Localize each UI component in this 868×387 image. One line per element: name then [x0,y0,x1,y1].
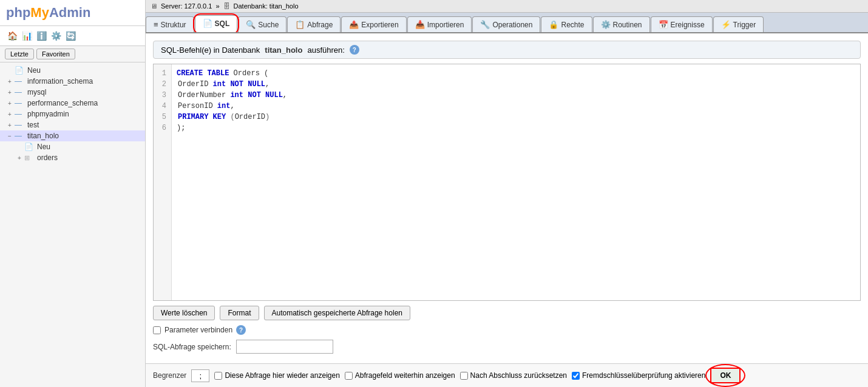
tree-toggle: − [5,133,15,140]
tab-routinen[interactable]: ⚙️ Routinen [593,16,650,32]
line-num-3: 3 [158,90,166,101]
tab-exportieren[interactable]: 📤 Exportieren [341,16,406,32]
logo-admin: Admin [49,5,90,20]
tree-label: Neu [37,143,50,151]
tab-abfrage[interactable]: 📋 Abfrage [287,16,341,32]
check3-checkbox[interactable] [460,372,468,380]
tree-label: information_schema [27,77,93,86]
tab-ereignisse[interactable]: 📅 Ereignisse [651,16,713,32]
refresh-icon[interactable]: 🔄 [64,30,76,42]
home-icon[interactable]: 🏠 [6,30,18,42]
tree-label: performance_schema [27,99,98,107]
param-help-icon[interactable]: ? [236,325,246,335]
code-editor[interactable]: 1 2 3 4 5 6 CREATE TABLE Orders (OrderID… [153,64,861,301]
format-button[interactable]: Format [220,306,259,320]
tab-ereignisse-label: Ereignisse [671,21,705,29]
tab-struktur-label: Struktur [161,21,186,29]
titan-holo-children: 📄 Neu + ⊞ orders [10,141,145,163]
check1-checkbox[interactable] [214,372,222,380]
tab-rechte[interactable]: 🔒 Rechte [541,16,592,32]
abfrage-icon: 📋 [295,20,305,29]
db-icon: — [15,132,25,140]
content-area: SQL-Befehl(e) in Datenbank titan_holo au… [146,33,868,363]
tree-toggle: + [5,89,15,96]
tree-toggle: + [5,122,15,129]
breadcrumb-bar: 🖥 Server: 127.0.0.1 » 🗄 Datenbank: titan… [146,0,868,13]
info-icon[interactable]: ℹ️ [35,30,47,42]
sidebar-nav-buttons: Letzte Favoriten [0,46,145,62]
bottom-bar: Begrenzer Diese Abfrage hier wieder anze… [146,363,868,387]
recent-button[interactable]: Letzte [5,49,34,59]
database-icon[interactable]: 📊 [21,30,33,42]
db-icon: — [15,110,25,118]
db-icon: — [15,99,25,107]
main-content: 🖥 Server: 127.0.0.1 » 🗄 Datenbank: titan… [146,0,868,387]
tab-exportieren-label: Exportieren [361,21,398,29]
save-query-input[interactable] [236,340,333,354]
tab-trigger[interactable]: ⚡ Trigger [713,16,764,32]
check2-checkbox[interactable] [345,372,353,380]
sql-icon: 📄 [203,19,212,28]
tree-item-new-root[interactable]: 📄 Neu [0,65,145,76]
tab-struktur[interactable]: ≡ Struktur [146,16,194,32]
param-connect-checkbox[interactable] [153,326,161,334]
logo: phpMyAdmin [0,0,145,26]
line-num-1: 1 [158,68,166,79]
tab-importieren[interactable]: 📥 Importieren [407,16,472,32]
db-icon: — [15,88,25,96]
tab-sql[interactable]: 📄 SQL [195,15,238,32]
db-icon: — [15,77,25,86]
trigger-icon: ⚡ [721,20,731,29]
sidebar-tree: 📄 Neu + — information_schema + — mysql +… [0,62,145,387]
tree-item-performance-schema[interactable]: + — performance_schema [0,98,145,109]
check3-item: Nach Abschluss zurücksetzen [460,371,567,380]
tree-item-new-child[interactable]: 📄 Neu [10,141,145,152]
sidebar: phpMyAdmin 🏠 📊 ℹ️ ⚙️ 🔄 Letzte Favoriten … [0,0,146,387]
help-icon[interactable]: ? [350,45,359,55]
tab-operationen[interactable]: 🔧 Operationen [472,16,540,32]
table-icon: ⊞ [24,153,35,162]
delimiter-input[interactable] [191,369,209,382]
server-icon: 🖥 [151,2,157,10]
ok-button[interactable]: OK [710,368,741,383]
check4-item: Fremdschlüsselüberprüfung aktivieren [572,371,705,380]
tree-toggle: + [5,78,15,85]
tab-sql-label: SQL [215,19,230,28]
tree-item-orders[interactable]: + ⊞ orders [10,152,145,163]
tree-item-information-schema[interactable]: + — information_schema [0,76,145,87]
tree-item-mysql[interactable]: + — mysql [0,87,145,98]
autosave-button[interactable]: Automatisch gespeicherte Abfrage holen [264,306,410,320]
tab-suche-label: Suche [258,21,279,29]
logo-my: My [30,5,49,20]
clear-button[interactable]: Werte löschen [153,306,215,320]
database-breadcrumb-icon: 🗄 [223,2,230,10]
tab-rechte-label: Rechte [561,21,584,29]
save-query-label: SQL-Abfrage speichern: [153,343,231,351]
check4-label: Fremdschlüsselüberprüfung aktivieren [582,371,705,380]
param-connect-row: Parameter verbinden ? [153,323,861,337]
tree-toggle: + [15,155,24,161]
tab-routinen-label: Routinen [613,21,642,29]
favorites-button[interactable]: Favoriten [36,49,75,59]
tree-item-test[interactable]: + — test [0,119,145,130]
tree-label: test [27,121,39,129]
ok-wrapper: OK [710,368,741,383]
check1-item: Diese Abfrage hier wieder anzeigen [214,371,339,380]
check4-checkbox[interactable] [572,372,580,380]
tabs-bar: ≡ Struktur 📄 SQL 🔍 Suche 📋 Abfrage 📤 Exp… [146,13,868,33]
tree-item-titan-holo[interactable]: − — titan_holo [0,130,145,141]
tree-label: Neu [27,66,41,75]
line-num-5: 5 [158,112,166,123]
sql-header-text: SQL-Befehl(e) in Datenbank [161,45,260,55]
delimiter-label: Begrenzer [153,371,186,380]
sql-code-input[interactable]: CREATE TABLE Orders (OrderID int NOT NUL… [172,64,860,300]
save-query-row: SQL-Abfrage speichern: [153,337,861,356]
check2-item: Abfragefeld weiterhin anzeigen [345,371,455,380]
check2-label: Abfragefeld weiterhin anzeigen [355,371,455,380]
tab-importieren-label: Importieren [427,21,464,29]
tab-suche[interactable]: 🔍 Suche [238,16,287,32]
settings-icon[interactable]: ⚙️ [50,30,62,42]
tree-item-phpmyadmin[interactable]: + — phpmyadmin [0,109,145,119]
sidebar-icon-bar: 🏠 📊 ℹ️ ⚙️ 🔄 [0,26,145,46]
sql-header-suffix: ausführen: [307,45,344,55]
